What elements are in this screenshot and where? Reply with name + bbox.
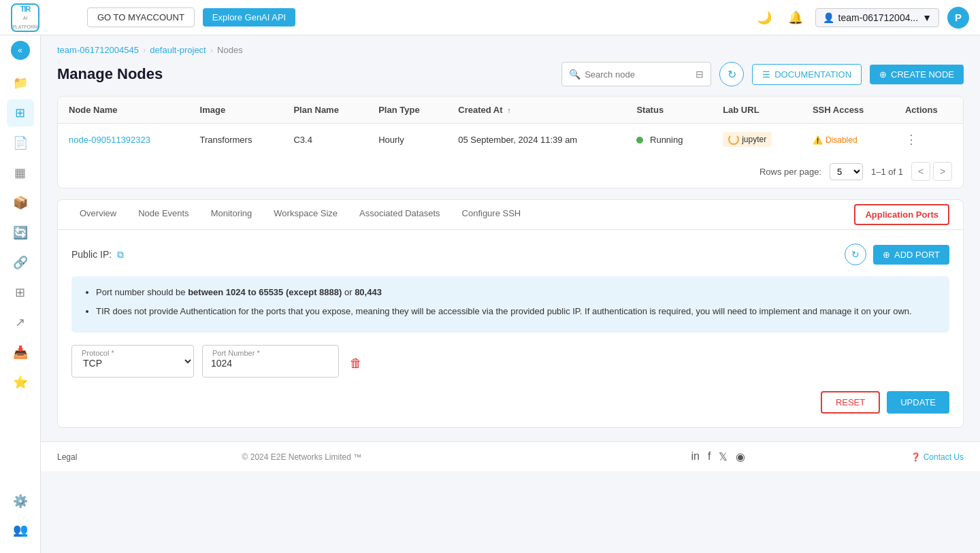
refresh-button[interactable]: ↻: [719, 62, 744, 86]
breadcrumb-team[interactable]: team-061712004545: [57, 45, 139, 55]
search-box: 🔍 ⊟: [561, 62, 711, 86]
question-icon: ❓: [911, 452, 921, 462]
filter-icon[interactable]: ⊟: [696, 69, 704, 80]
nodes-table-container: Node Name Image Plan Name Plan Type Crea…: [57, 96, 964, 188]
protocol-group: Protocol * TCP UDP: [71, 345, 194, 378]
sidebar-item-star[interactable]: ⭐: [7, 369, 34, 396]
more-actions-button[interactable]: ⋮: [905, 132, 917, 147]
col-actions: Actions: [894, 97, 963, 124]
port-number-label: Port Number *: [210, 349, 262, 357]
social-links: in f 𝕏 ◉: [691, 450, 746, 463]
col-node-name: Node Name: [58, 97, 189, 124]
rows-per-page-select[interactable]: 5 10 25: [830, 163, 863, 180]
docs-label: DOCUMENTATION: [774, 69, 851, 80]
col-status: Status: [625, 97, 712, 124]
plus-icon-sm: ⊕: [883, 250, 890, 260]
sidebar-item-table[interactable]: ⊞: [7, 279, 34, 306]
node-lab-url[interactable]: jupyter: [712, 124, 802, 156]
tab-overview[interactable]: Overview: [69, 200, 127, 230]
next-page-button[interactable]: >: [933, 162, 952, 181]
add-port-label: ADD PORT: [894, 250, 940, 260]
col-image: Image: [189, 97, 283, 124]
info-line1-mid: or: [344, 287, 355, 297]
update-button[interactable]: UPDATE: [887, 391, 949, 414]
facebook-icon[interactable]: f: [708, 450, 710, 463]
node-plan-name: C3.4: [282, 124, 368, 156]
tab-monitoring[interactable]: Monitoring: [200, 200, 263, 230]
twitter-icon[interactable]: 𝕏: [719, 450, 728, 463]
docs-button[interactable]: ☰ DOCUMENTATION: [752, 64, 862, 85]
info-line1-bold: between 1024 to 65535 (except 8888): [188, 287, 342, 297]
prev-page-button[interactable]: <: [911, 162, 930, 181]
node-image: Transformers: [189, 124, 283, 156]
nodes-table: Node Name Image Plan Name Plan Type Crea…: [58, 97, 963, 155]
sidebar-item-grid[interactable]: ▦: [7, 159, 34, 186]
reset-button[interactable]: RESET: [821, 391, 880, 414]
ap-refresh-button[interactable]: ↻: [845, 244, 866, 265]
info-line2: TIR does not provide Authentication for …: [96, 306, 912, 316]
sidebar-item-folder[interactable]: 📁: [7, 69, 34, 97]
breadcrumb-project[interactable]: default-project: [150, 45, 206, 55]
search-input[interactable]: [585, 69, 691, 80]
col-ssh-access: SSH Access: [802, 97, 894, 124]
info-line1-bold2: 80,443: [355, 287, 382, 297]
tabs-header: Overview Node Events Monitoring Workspac…: [58, 200, 963, 230]
tab-node-events[interactable]: Node Events: [127, 200, 199, 230]
protocol-label: Protocol *: [80, 349, 116, 357]
port-form-row: Protocol * TCP UDP Port Number * 🗑: [71, 345, 949, 378]
copy-icon[interactable]: ⧉: [117, 249, 124, 261]
tab-application-ports[interactable]: Application Ports: [854, 204, 949, 225]
ap-actions: ↻ ⊕ ADD PORT: [845, 244, 949, 265]
add-port-button[interactable]: ⊕ ADD PORT: [873, 245, 949, 265]
sidebar-item-sync[interactable]: 🔄: [7, 219, 34, 246]
sidebar-item-dashboard[interactable]: ⊞: [7, 99, 34, 127]
sidebar-item-settings[interactable]: ⚙️: [7, 488, 34, 515]
notification-icon[interactable]: 🔔: [784, 10, 807, 25]
rss-icon[interactable]: ◉: [736, 450, 745, 463]
col-created-at[interactable]: Created At ↑: [447, 97, 625, 124]
genai-button[interactable]: Explore GenAI API: [203, 8, 295, 27]
legal-link[interactable]: Legal: [57, 452, 77, 462]
main-content: team-061712004545 › default-project › No…: [41, 35, 980, 553]
disabled-badge: ⚠️ Disabled: [813, 135, 858, 145]
breadcrumb-sep1: ›: [143, 45, 146, 55]
table-row: node-090511392323 Transformers C3.4 Hour…: [58, 124, 963, 156]
sidebar-item-box[interactable]: 📥: [7, 339, 34, 366]
sidebar-item-graph[interactable]: 🔗: [7, 249, 34, 276]
docs-icon: ☰: [762, 69, 770, 80]
tab-workspace-size[interactable]: Workspace Size: [263, 200, 348, 230]
node-actions: ⋮: [894, 124, 963, 156]
pagination-text: 1–1 of 1: [871, 167, 903, 177]
contact-label: Contact Us: [924, 452, 964, 462]
breadcrumb: team-061712004545 › default-project › No…: [41, 35, 980, 55]
pagination-nav: < >: [911, 162, 952, 181]
create-node-button[interactable]: ⊕ CREATE NODE: [870, 65, 964, 84]
team-icon: 👤: [823, 12, 834, 23]
theme-icon[interactable]: 🌙: [753, 10, 776, 25]
team-selector[interactable]: 👤 team-061712004... ▼: [815, 8, 939, 27]
tab-associated-datasets[interactable]: Associated Datasets: [348, 200, 451, 230]
contact-us-link[interactable]: ❓ Contact Us: [911, 452, 964, 462]
public-ip-label: Public IP:: [71, 249, 112, 260]
user-avatar[interactable]: P: [947, 7, 969, 29]
sidebar-toggle[interactable]: «: [11, 41, 30, 60]
sidebar-item-package[interactable]: 📦: [7, 189, 34, 216]
info-box: Port number should be between 1024 to 65…: [71, 276, 949, 333]
sort-icon: ↑: [507, 106, 511, 114]
page-title: Manage Nodes: [57, 65, 553, 83]
sidebar-bottom: ⚙️ 👥: [7, 486, 34, 553]
delete-port-button[interactable]: 🗑: [347, 350, 365, 378]
jupyter-badge[interactable]: jupyter: [723, 132, 772, 147]
col-plan-name: Plan Name: [282, 97, 368, 124]
node-name-link[interactable]: node-090511392323: [69, 135, 150, 145]
linkedin-icon[interactable]: in: [691, 450, 700, 463]
node-ssh-access: ⚠️ Disabled: [802, 124, 894, 156]
tab-configure-ssh[interactable]: Configure SSH: [451, 200, 532, 230]
spinner-icon: [728, 134, 739, 145]
myaccount-button[interactable]: GO TO MYACCOUNT: [87, 7, 195, 27]
info-line1-pre: Port number should be: [96, 287, 188, 297]
sidebar-item-help[interactable]: 👥: [7, 516, 34, 543]
sidebar-item-nodes[interactable]: 📄: [7, 129, 34, 156]
sidebar-item-share[interactable]: ↗: [7, 309, 34, 336]
status-dot: [636, 137, 643, 144]
